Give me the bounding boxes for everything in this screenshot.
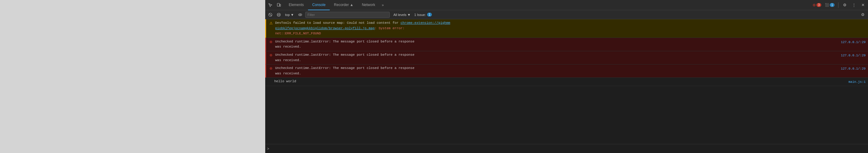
info-icon [268,79,273,84]
console-message-warning: ⚠ DevTools failed to load source map: Co… [265,19,868,38]
filter-input[interactable] [305,12,390,18]
tab-bar: Elements Console Recorder ▲ Network » [284,0,386,10]
context-selector[interactable]: top ▼ [284,12,295,17]
inspect-icon-btn[interactable] [267,1,274,9]
console-gear-icon: ⚙ [861,12,865,17]
svg-rect-1 [280,4,281,6]
toolbar-right: ⊗ 3 ⬛ 1 ⚙ ⋮ ✕ [811,1,867,9]
console-message-error-2: ⊗ Unchecked runtime.lastError: The messa… [265,51,868,64]
error-msg-body-1: Unchecked runtime.lastError: The message… [275,39,838,50]
error-msg-body-3: Unchecked runtime.lastError: The message… [275,66,838,76]
svg-point-7 [299,13,302,16]
issue-badge-group: 1 Issue: 1 [414,13,432,17]
tab-more[interactable]: » [379,0,386,10]
console-message-error-3: ⊗ Unchecked runtime.lastError: The messa… [265,64,868,78]
error-icon-1: ⊗ [269,39,273,44]
devtools-tab-bar: Elements Console Recorder ▲ Network » ⊗ … [265,0,868,10]
gear-icon: ⚙ [843,3,846,7]
info-msg-body: hello world [274,79,846,84]
levels-label: All levels [393,13,406,17]
svg-point-4 [277,13,281,16]
svg-point-8 [300,14,301,16]
warning-link[interactable]: chrome-extension://gighmmpiobklfepjocnam… [275,21,450,30]
kebab-icon: ⋮ [852,3,856,7]
error-icon-2: ⊗ [269,53,273,58]
tab-recorder[interactable]: Recorder ▲ [330,0,358,10]
info-source[interactable]: main.js:1 [848,80,866,85]
device-toolbar-btn[interactable] [275,1,283,9]
error-source-3[interactable]: 127.0.0.1/:29 [841,67,866,71]
eye-icon-btn[interactable] [297,11,304,18]
context-dropdown-arrow: ▼ [290,13,294,17]
close-devtools-btn[interactable]: ✕ [859,1,867,9]
warning-triangle-icon: ⬛ [825,3,829,7]
console-input-row: > [265,144,868,153]
svg-rect-0 [277,3,279,6]
pause-on-exception-btn[interactable] [276,11,282,18]
console-message-info: hello world main.js:1 [265,78,868,86]
warning-icon: ⚠ [269,21,273,26]
console-settings-btn[interactable]: ⚙ [860,11,866,18]
issue-count-badge: 1 [427,13,432,17]
page-left-area [0,0,265,153]
console-sub-toolbar: top ▼ All levels ▼ 1 Issue: 1 ⚙ [265,10,868,19]
warning-badge-btn[interactable]: ⬛ 1 [824,1,836,9]
error-source-1[interactable]: 127.0.0.1/:29 [841,40,866,45]
console-message-error-1: ⊗ Unchecked runtime.lastError: The messa… [265,38,868,51]
more-options-btn[interactable]: ⋮ [850,1,858,9]
console-input[interactable] [271,147,866,151]
devtools-panel: Elements Console Recorder ▲ Network » ⊗ … [265,0,868,153]
error-source-2[interactable]: 127.0.0.1/:29 [841,53,866,58]
error-count-badge: 3 [816,3,821,7]
toolbar-divider-1 [838,2,838,8]
svg-line-3 [269,13,272,16]
close-icon: ✕ [861,3,865,7]
levels-dropdown-arrow: ▼ [407,13,411,17]
tab-elements[interactable]: Elements [284,0,308,10]
settings-gear-btn[interactable]: ⚙ [841,1,849,9]
context-label: top [285,13,290,17]
error-msg-body-2: Unchecked runtime.lastError: The message… [275,53,838,63]
error-icon-3: ⊗ [269,66,273,71]
error-badge-btn[interactable]: ⊗ 3 [811,1,823,9]
warning-count-badge: 1 [830,3,835,7]
tab-network[interactable]: Network [358,0,379,10]
prompt-arrow: > [267,147,269,151]
issue-label: 1 Issue: [414,13,426,17]
tab-console[interactable]: Console [308,0,330,10]
warning-msg-body: DevTools failed to load source map: Coul… [275,21,863,36]
clear-console-btn[interactable] [267,11,274,18]
console-messages[interactable]: ⚠ DevTools failed to load source map: Co… [265,19,868,144]
log-levels-selector[interactable]: All levels ▼ [392,12,412,17]
error-circle-icon: ⊗ [812,3,816,7]
